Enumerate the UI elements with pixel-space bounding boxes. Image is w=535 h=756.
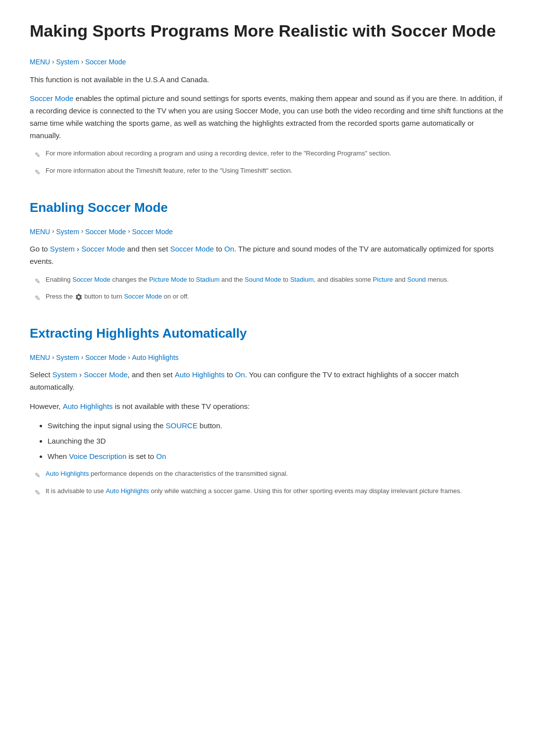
s2-auto-highlights-not-avail: Auto Highlights — [63, 402, 113, 410]
bullet-item-2: Launching the 3D — [48, 435, 505, 447]
s2-auto-highlights-link: Auto Highlights — [175, 370, 225, 379]
section-enabling-soccer-mode: Enabling Soccer Mode MENU › System › Soc… — [30, 198, 505, 303]
s1-soccer-mode-set-link: Soccer Mode — [170, 245, 214, 253]
intro-note-2-text: For more information about the Timeshift… — [46, 166, 292, 176]
pencil-icon-s2-1: ✎ — [35, 470, 41, 481]
s1-bc-sep3: › — [128, 227, 130, 236]
bullet-item-1: Switching the input signal using the SOU… — [48, 420, 505, 431]
section1-description: Go to System › Soccer Mode and then set … — [30, 243, 505, 268]
intro-description: Soccer Mode enables the optimal picture … — [30, 93, 505, 142]
voice-desc-link: Voice Description — [69, 452, 126, 460]
s2-soccer-mode-link: Soccer Mode — [84, 370, 127, 379]
section2-description: Select System › Soccer Mode, and then se… — [30, 369, 505, 394]
section1-note-1-text: Enabling Soccer Mode changes the Picture… — [46, 275, 449, 285]
s2-bc-sep2: › — [81, 353, 83, 362]
breadcrumb-soccer-mode: Soccer Mode — [85, 56, 126, 67]
section2-avail-note: However, Auto Highlights is not availabl… — [30, 401, 505, 413]
section2-note-1: ✎ Auto Highlights performance depends on… — [30, 469, 505, 481]
pencil-icon-s1-1: ✎ — [35, 276, 41, 287]
s1-system-link: System — [50, 245, 75, 253]
s1-bc-menu: MENU — [30, 226, 50, 237]
s2-bc-sep1: › — [52, 353, 54, 362]
section2-breadcrumb: MENU › System › Soccer Mode › Auto Highl… — [30, 352, 505, 363]
s2-bc-auto-highlights: Auto Highlights — [132, 352, 178, 363]
s1-n1-sound: Sound — [407, 276, 426, 283]
section-extracting-highlights: Extracting Highlights Automatically MENU… — [30, 323, 505, 498]
section1-note-1: ✎ Enabling Soccer Mode changes the Pictu… — [30, 275, 505, 287]
section1-note-2: ✎ Press the button to turn Soccer Mode o… — [30, 292, 505, 303]
gear-icon — [75, 293, 83, 301]
s1-bc-soccer: Soccer Mode — [85, 226, 126, 237]
s2-on-link: On — [235, 370, 245, 379]
s1-bc-sep1: › — [52, 227, 54, 236]
soccer-mode-link-intro: Soccer Mode — [30, 94, 73, 102]
bullet-item-3: When Voice Description is set to On — [48, 451, 505, 462]
intro-breadcrumb: MENU › System › Soccer Mode — [30, 56, 505, 67]
section2-bullet-list: Switching the input signal using the SOU… — [30, 420, 505, 462]
section2-note-2-text: It is advisable to use Auto Highlights o… — [46, 486, 462, 496]
s1-n2-soccer-mode: Soccer Mode — [124, 293, 162, 300]
pencil-icon-s1-2: ✎ — [35, 293, 41, 303]
s2-bc-sep3: › — [128, 353, 130, 362]
intro-desc-text: enables the optimal picture and sound se… — [30, 94, 503, 139]
on-link-voice: On — [156, 452, 166, 460]
section-title-highlights: Extracting Highlights Automatically — [30, 323, 505, 344]
s2-bc-system: System — [56, 352, 79, 363]
s1-n1-stadium1: Stadium — [196, 276, 220, 283]
page-title: Making Sports Programs More Realistic wi… — [30, 20, 505, 42]
intro-note-1: ✎ For more information about recording a… — [30, 149, 505, 160]
breadcrumb-sep-2: › — [81, 57, 83, 67]
s2-n1-auto-highlights: Auto Highlights — [46, 470, 89, 477]
s1-on-link: On — [224, 245, 234, 253]
breadcrumb-system: System — [56, 56, 79, 67]
s2-bc-soccer: Soccer Mode — [85, 352, 126, 363]
availability-note: This function is not available in the U.… — [30, 74, 505, 86]
intro-note-2: ✎ For more information about the Timeshi… — [30, 166, 505, 178]
s2-bc-menu: MENU — [30, 352, 50, 363]
s1-bc-system: System — [56, 226, 79, 237]
s1-n1-picture: Picture — [373, 276, 393, 283]
section2-note-1-text: Auto Highlights performance depends on t… — [46, 469, 288, 479]
s1-bc-sep2: › — [81, 227, 83, 236]
source-link: SOURCE — [165, 421, 197, 430]
s1-n1-picture-mode: Picture Mode — [149, 276, 187, 283]
s2-system-link: System — [53, 370, 77, 379]
pencil-icon-1: ✎ — [35, 150, 41, 160]
s1-n1-sound-mode: Sound Mode — [245, 276, 281, 283]
section-title-enabling: Enabling Soccer Mode — [30, 198, 505, 218]
section1-note-2-text: Press the button to turn Soccer Mode on … — [46, 292, 189, 302]
breadcrumb-menu: MENU — [30, 56, 50, 67]
breadcrumb-sep-1: › — [52, 57, 54, 67]
s2-n2-auto-highlights: Auto Highlights — [106, 487, 149, 495]
intro-note-1-text: For more information about recording a p… — [46, 149, 391, 158]
s1-bc-soccer2: Soccer Mode — [132, 226, 172, 237]
s1-n1-stadium2: Stadium — [290, 276, 314, 283]
section1-breadcrumb: MENU › System › Soccer Mode › Soccer Mod… — [30, 226, 505, 237]
pencil-icon-s2-2: ✎ — [35, 487, 41, 498]
pencil-icon-2: ✎ — [35, 167, 41, 178]
section2-note-2: ✎ It is advisable to use Auto Highlights… — [30, 486, 505, 498]
s1-soccer-mode-link: Soccer Mode — [81, 245, 125, 253]
s1-n1-soccer-mode: Soccer Mode — [72, 276, 110, 283]
